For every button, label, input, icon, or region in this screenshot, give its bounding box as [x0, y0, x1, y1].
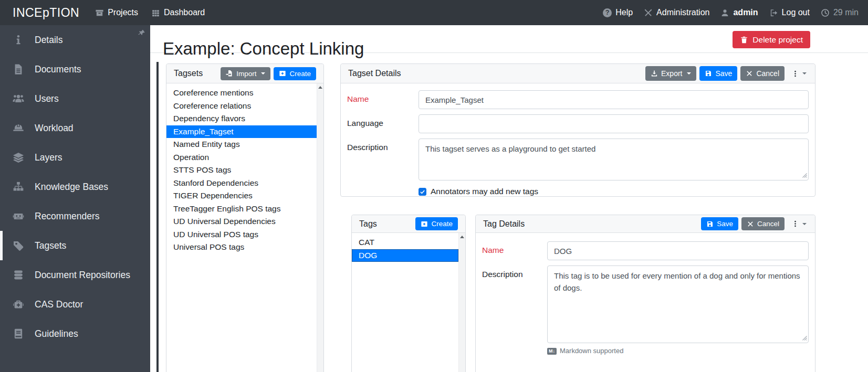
chevron-down-icon: [261, 72, 265, 75]
cancel-label: Cancel: [757, 220, 779, 228]
book-icon: [8, 328, 28, 339]
sidebar-item-recommenders[interactable]: Recommenders: [0, 201, 150, 231]
annotators-checkbox[interactable]: [419, 188, 426, 196]
tag-name-input[interactable]: [547, 241, 809, 260]
tools-icon: [644, 8, 653, 17]
tagset-details-title: Tagset Details: [348, 69, 401, 78]
tagsets-list-body: Coreference mentionsCoreference relation…: [166, 83, 323, 372]
tagset-list-item[interactable]: UD Universal Dependencies: [166, 215, 317, 228]
chevron-down-icon: [802, 223, 807, 225]
sidebar-item-guidelines[interactable]: Guidelines: [0, 319, 150, 348]
nav-item-projects[interactable]: Projects: [95, 8, 138, 17]
tagset-list-item[interactable]: Operation: [166, 151, 317, 164]
scroll-up-button[interactable]: [459, 233, 465, 241]
sidebar-item-details[interactable]: Details: [0, 25, 150, 55]
sidebar-item-tagsets[interactable]: Tagsets: [0, 231, 150, 260]
user-icon: [720, 8, 729, 17]
nav-item-help[interactable]: ?Help: [603, 8, 633, 17]
create-tagset-button[interactable]: Create: [274, 67, 316, 80]
nav-label: Administration: [656, 8, 709, 17]
content-splitter[interactable]: [156, 62, 159, 372]
close-icon: [746, 70, 753, 77]
tags-panel-header: Tags Create: [352, 215, 465, 233]
import-tagset-button[interactable]: Import: [221, 67, 270, 80]
tag-list-item[interactable]: DOG: [352, 249, 458, 262]
tagset-list-item[interactable]: Stanford Dependencies: [166, 177, 317, 190]
tagset-name-input[interactable]: [419, 90, 809, 109]
tagset-language-input[interactable]: [419, 114, 809, 133]
tags-scrollbar[interactable]: [458, 233, 465, 372]
sidebar-item-layers[interactable]: Layers: [0, 143, 150, 172]
nav-item-log-out[interactable]: Log out: [769, 8, 810, 17]
more-menu-button[interactable]: [790, 69, 808, 79]
clock-icon: [821, 8, 830, 17]
tagset-list-item[interactable]: Example_Tagset: [166, 125, 317, 139]
info-icon: [8, 34, 28, 46]
sidebar-item-label: Workload: [35, 123, 74, 134]
tag-description-label: Description: [482, 265, 547, 343]
cancel-tagset-button[interactable]: Cancel: [740, 66, 785, 81]
tag-details-panel: Tag Details Save Cancel: [475, 215, 815, 372]
kebab-icon: [791, 220, 799, 228]
nav-label: Log out: [782, 8, 810, 17]
tag-description-input[interactable]: This tag is to be used for every mention…: [547, 265, 809, 343]
tagset-list-item[interactable]: Universal POS tags: [166, 241, 317, 254]
sidebar-item-label: Tagsets: [35, 240, 66, 251]
tagset-list-item[interactable]: STTS POS tags: [166, 164, 317, 177]
tagset-list-item[interactable]: TreeTagger English POS tags: [166, 203, 317, 216]
sidebar-item-label: Details: [35, 35, 63, 46]
logout-icon: [769, 8, 778, 17]
tagset-list-item[interactable]: Named Entity tags: [166, 138, 317, 151]
nav-item-dashboard[interactable]: Dashboard: [151, 8, 205, 17]
sidebar-item-label: Documents: [35, 64, 81, 75]
app-brand[interactable]: INCEpTION: [13, 6, 79, 20]
sidebar-item-label: Guidelines: [35, 328, 78, 339]
tagset-description-input[interactable]: This tagset serves as a playground to ge…: [419, 139, 809, 180]
tagset-list-item[interactable]: UD Universal POS tags: [166, 228, 317, 241]
sidebar-item-users[interactable]: Users: [0, 84, 150, 113]
plus-square-icon: [279, 70, 286, 77]
tagset-name-label: Name: [347, 90, 419, 109]
tags-panel-title: Tags: [359, 219, 377, 229]
sidebar-item-documents[interactable]: Documents: [0, 55, 150, 84]
hard-hat-icon: [8, 122, 28, 134]
sidebar-item-cas-doctor[interactable]: CAS Doctor: [0, 290, 150, 319]
nav-item-admin[interactable]: admin: [720, 8, 758, 17]
navbar-right-menu: ?HelpAdministrationadminLog out29 min: [603, 8, 859, 17]
sidebar-item-label: Document Repositories: [35, 270, 130, 281]
tag-list-item[interactable]: CAT: [352, 236, 458, 249]
sidebar-item-document-repositories[interactable]: Document Repositories: [0, 260, 150, 290]
tagset-details-panel: Tagset Details Export Save Cancel: [340, 63, 815, 197]
sitemap-icon: [8, 181, 28, 193]
tagset-language-label: Language: [347, 114, 419, 133]
annotators-checkbox-label: Annotators may add new tags: [431, 187, 538, 196]
delete-project-label: Delete project: [752, 35, 803, 45]
scroll-up-button[interactable]: [317, 83, 323, 91]
tagsets-scrollbar[interactable]: [317, 83, 323, 372]
tagset-list-item[interactable]: Coreference relations: [166, 100, 317, 113]
create-tag-button[interactable]: Create: [415, 217, 458, 230]
export-tagset-button[interactable]: Export: [645, 66, 696, 81]
sidebar-item-knowledge-bases[interactable]: Knowledge Bases: [0, 172, 150, 201]
sidebar-item-workload[interactable]: Workload: [0, 113, 150, 143]
sidebar: DetailsDocumentsUsersWorkloadLayersKnowl…: [0, 25, 150, 372]
tag-details-header: Tag Details Save Cancel: [476, 215, 815, 233]
save-icon: [705, 70, 712, 77]
save-tagset-button[interactable]: Save: [699, 66, 737, 81]
tagsets-list: Coreference mentionsCoreference relation…: [166, 83, 317, 372]
tagset-list-item[interactable]: Coreference mentions: [166, 87, 317, 100]
database-icon: [8, 269, 28, 281]
more-menu-button[interactable]: [790, 219, 808, 229]
cancel-tag-button[interactable]: Cancel: [741, 217, 785, 230]
save-tag-button[interactable]: Save: [701, 217, 738, 230]
first-aid-icon: [8, 299, 28, 310]
tagset-list-item[interactable]: TIGER Dependencies: [166, 189, 317, 203]
nav-item-administration[interactable]: Administration: [644, 8, 709, 17]
layers-icon: [8, 152, 28, 163]
tags-list-body: CATDOG: [352, 233, 465, 372]
help-icon: ?: [603, 8, 612, 17]
trash-icon: [740, 36, 748, 44]
delete-project-button[interactable]: Delete project: [733, 31, 810, 48]
tagset-list-item[interactable]: Dependency flavors: [166, 112, 317, 125]
navbar-left-menu: ProjectsDashboard: [95, 8, 205, 17]
